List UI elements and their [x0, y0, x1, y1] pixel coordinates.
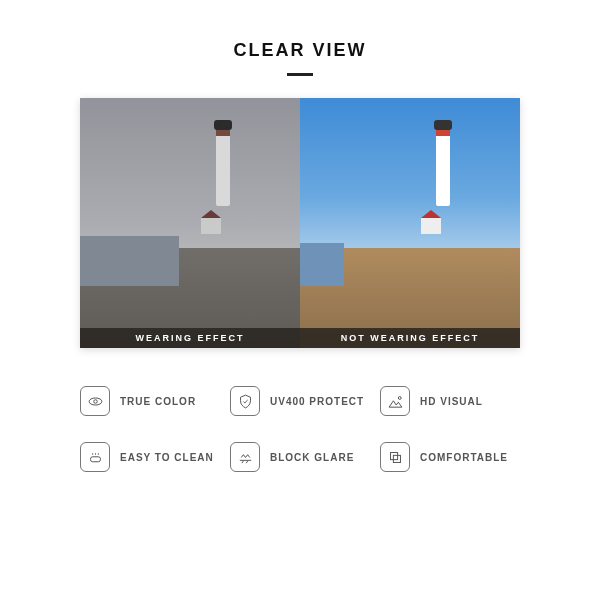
feature-label: EASY TO CLEAN	[120, 452, 214, 463]
dull-scene	[80, 98, 300, 348]
layers-icon	[380, 442, 410, 472]
bright-scene	[300, 98, 520, 348]
feature-label: COMFORTABLE	[420, 452, 508, 463]
svg-rect-5	[393, 455, 400, 462]
dull-sea	[80, 236, 179, 286]
bright-sea	[300, 243, 344, 286]
mountain-icon	[380, 386, 410, 416]
lighthouse-bright	[436, 128, 450, 206]
svg-rect-4	[390, 452, 397, 459]
shield-icon	[230, 386, 260, 416]
svg-point-2	[398, 396, 401, 399]
feature-label: BLOCK GLARE	[270, 452, 354, 463]
eye-icon	[80, 386, 110, 416]
feature-uv400: UV400 PROTECT	[230, 386, 370, 416]
title-underline	[287, 73, 313, 76]
feature-block-glare: BLOCK GLARE	[230, 442, 370, 472]
photo-left-wearing: WEARING EFFECT	[80, 98, 300, 348]
feature-label: TRUE COLOR	[120, 396, 196, 407]
photo-right-not-wearing: NOT WEARING EFFECT	[300, 98, 520, 348]
feature-easy-clean: EASY TO CLEAN	[80, 442, 220, 472]
not-wearing-label: NOT WEARING EFFECT	[300, 328, 520, 348]
house-bright	[421, 218, 441, 234]
feature-label: HD VISUAL	[420, 396, 483, 407]
feature-comfortable: COMFORTABLE	[380, 442, 520, 472]
house-dull	[201, 218, 221, 234]
feature-grid: TRUE COLOR UV400 PROTECT HD VISUAL EASY …	[80, 386, 520, 472]
svg-rect-3	[90, 456, 100, 461]
svg-point-1	[93, 399, 97, 403]
comparison-photo: WEARING EFFECT NOT WEARING EFFECT	[80, 98, 520, 348]
feature-true-color: TRUE COLOR	[80, 386, 220, 416]
svg-point-0	[89, 397, 102, 404]
wearing-label: WEARING EFFECT	[80, 328, 300, 348]
lighthouse-dull	[216, 128, 230, 206]
glare-icon	[230, 442, 260, 472]
feature-hd-visual: HD VISUAL	[380, 386, 520, 416]
page-title: CLEAR VIEW	[233, 40, 366, 61]
feature-label: UV400 PROTECT	[270, 396, 364, 407]
clean-icon	[80, 442, 110, 472]
